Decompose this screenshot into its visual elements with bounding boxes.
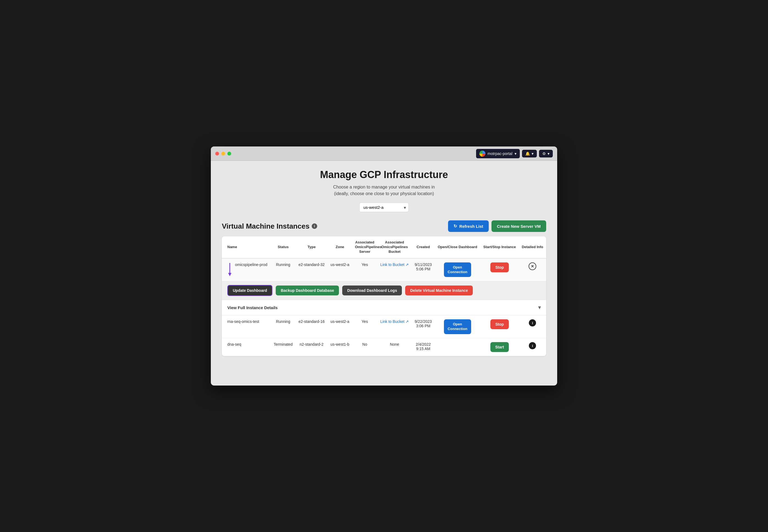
row3-server: No — [352, 338, 377, 356]
col-created: Created — [412, 236, 435, 258]
header-action-buttons: ↻ Refresh List Create New Server VM — [448, 220, 546, 232]
row1-name: omicspipeline-prod — [222, 258, 271, 281]
row1-stop-button[interactable]: Stop — [490, 262, 509, 272]
col-zone: Zone — [328, 236, 352, 258]
row1-type: e2-standard-32 — [295, 258, 327, 281]
create-vm-label: Create New Server VM — [497, 224, 541, 229]
row2-bucket-link[interactable]: Link to Bucket ↗ — [380, 319, 409, 324]
row1-bucket-link[interactable]: Link to Bucket ↗ — [380, 262, 409, 267]
titlebar-controls: motrpac-portal ▾ 🔔 ▾ ⚙ ▾ — [476, 149, 553, 158]
row2-created: 9/22/20233:06 PM — [412, 315, 435, 338]
settings-button[interactable]: ⚙ ▾ — [539, 150, 553, 157]
row3-name: dna-seq — [222, 338, 271, 356]
row1-bucket: Link to Bucket ↗ — [377, 258, 412, 281]
expanded-actions-row: Update Dashboard Backup Dashboard Databa… — [222, 281, 546, 300]
page-subtitle: Choose a region to manage your virtual m… — [222, 184, 546, 197]
chevron-down-icon-2: ▾ — [532, 151, 534, 156]
col-startstop: Start/Stop Instance — [480, 236, 519, 258]
page-content: Manage GCP Infrastructure Choose a regio… — [211, 161, 557, 364]
region-select[interactable]: us-west2-a us-east1-b us-central1-a euro… — [359, 203, 409, 212]
row3-start: Start — [480, 338, 519, 356]
main-window: motrpac-portal ▾ 🔔 ▾ ⚙ ▾ Manage GCP Infr… — [211, 146, 557, 386]
delete-instance-button[interactable]: Delete Virtual Machine Instance — [405, 286, 473, 295]
row2-dashboard: OpenConnection — [435, 315, 480, 338]
row1-stop: Stop — [480, 258, 519, 281]
close-button[interactable] — [215, 152, 219, 156]
backup-dashboard-label: Backup Dashboard Database — [281, 288, 334, 293]
table-header-row: Name Status Type Zone Associated OmicsPi — [222, 236, 546, 258]
view-details-cell: View Full Instance Details ▾ — [222, 300, 546, 315]
project-selector[interactable]: motrpac-portal ▾ — [476, 149, 520, 158]
download-logs-button[interactable]: Download Dashboard Logs — [342, 286, 402, 295]
row3-info-icon[interactable]: i — [529, 342, 536, 349]
row1-zone: us-west2-a — [328, 258, 352, 281]
vm-title-text: Virtual Machine Instances — [222, 222, 310, 231]
view-full-details-toggle[interactable]: View Full Instance Details ▾ — [222, 300, 546, 315]
refresh-label: Refresh List — [459, 224, 483, 229]
row2-detail: i — [519, 315, 546, 338]
row1-close-icon[interactable]: ✕ — [529, 262, 536, 270]
row1-dashboard: OpenConnection — [435, 258, 480, 281]
row3-bucket: None — [377, 338, 412, 356]
subtitle-line2: (ideally, choose one close to your physi… — [222, 190, 546, 197]
delete-instance-label: Delete Virtual Machine Instance — [410, 288, 468, 293]
col-omics-bucket: Associated OmicsPipelines Bucket — [377, 236, 412, 258]
notification-button[interactable]: 🔔 ▾ — [522, 150, 537, 157]
subtitle-line1: Choose a region to manage your virtual m… — [222, 184, 546, 190]
row2-bucket: Link to Bucket ↗ — [377, 315, 412, 338]
vm-info-icon[interactable]: i — [312, 223, 317, 229]
download-logs-label: Download Dashboard Logs — [347, 288, 397, 293]
row2-zone: us-west2-a — [328, 315, 352, 338]
svg-marker-1 — [228, 273, 231, 276]
create-vm-button[interactable]: Create New Server VM — [491, 220, 546, 232]
region-select-container: us-west2-a us-east1-b us-central1-a euro… — [359, 203, 409, 212]
expand-arrow — [227, 263, 232, 276]
update-dashboard-button[interactable]: Update Dashboard — [227, 285, 272, 296]
expanded-actions-cell: Update Dashboard Backup Dashboard Databa… — [222, 281, 546, 300]
maximize-button[interactable] — [227, 152, 231, 156]
row3-status: Terminated — [271, 338, 295, 356]
refresh-list-button[interactable]: ↻ Refresh List — [448, 220, 489, 232]
vm-table: Name Status Type Zone Associated OmicsPi — [222, 236, 546, 356]
region-selector-wrapper: us-west2-a us-east1-b us-central1-a euro… — [222, 203, 546, 212]
row2-name: rna-seq-omics-test — [222, 315, 271, 338]
chevron-down-icon: ▾ — [538, 304, 541, 311]
col-dashboard: Open/Close Dashboard — [435, 236, 480, 258]
traffic-lights — [215, 152, 231, 156]
minimize-button[interactable] — [221, 152, 225, 156]
row3-created: 2/4/20229:15 AM — [412, 338, 435, 356]
view-details-row[interactable]: View Full Instance Details ▾ — [222, 300, 546, 315]
backup-dashboard-button[interactable]: Backup Dashboard Database — [276, 286, 339, 295]
row1-status: Running — [271, 258, 295, 281]
col-omics-server: Associated OmicsPipelines Server — [352, 236, 377, 258]
row3-type: n2-standard-2 — [295, 338, 327, 356]
row1-created: 9/11/20235:06 PM — [412, 258, 435, 281]
row2-status: Running — [271, 315, 295, 338]
row2-open-connection-button[interactable]: OpenConnection — [444, 319, 471, 334]
row2-stop-button[interactable]: Stop — [490, 319, 509, 329]
chevron-down-icon-3: ▾ — [548, 151, 549, 156]
row3-detail: i — [519, 338, 546, 356]
row2-info-icon[interactable]: i — [529, 319, 536, 326]
page-title: Manage GCP Infrastructure — [222, 169, 546, 181]
row2-stop: Stop — [480, 315, 519, 338]
row3-dashboard — [435, 338, 480, 356]
row2-server: Yes — [352, 315, 377, 338]
chevron-down-icon: ▾ — [515, 151, 516, 156]
table-row: rna-seq-omics-test Running e2-standard-1… — [222, 315, 546, 338]
project-name: motrpac-portal — [488, 151, 512, 156]
row2-type: e2-standard-16 — [295, 315, 327, 338]
vm-table-container: Name Status Type Zone Associated OmicsPi — [222, 236, 546, 356]
update-dashboard-label: Update Dashboard — [233, 288, 267, 293]
row1-name-text: omicspipeline-prod — [235, 262, 267, 267]
refresh-icon: ↻ — [454, 224, 457, 229]
gcp-icon — [479, 151, 485, 157]
col-detailed: Detailed Info — [519, 236, 546, 258]
row1-open-connection-button[interactable]: OpenConnection — [444, 262, 471, 277]
table-row: omicspipeline-prod Running e2-standard-3… — [222, 258, 546, 281]
col-status: Status — [271, 236, 295, 258]
row3-start-button[interactable]: Start — [490, 342, 509, 352]
col-name: Name — [222, 236, 271, 258]
row1-server: Yes — [352, 258, 377, 281]
view-details-label: View Full Instance Details — [227, 305, 278, 310]
